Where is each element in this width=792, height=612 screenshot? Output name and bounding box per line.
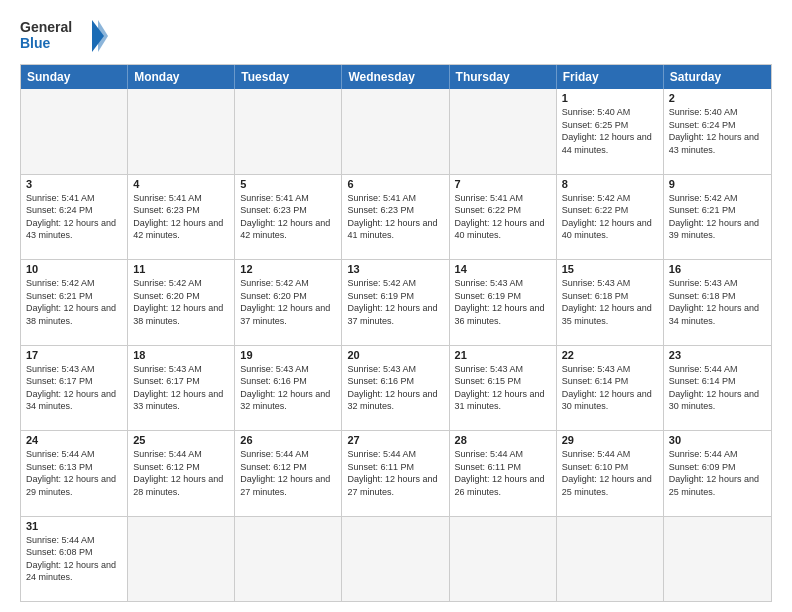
sun-info: Sunrise: 5:42 AMSunset: 6:19 PMDaylight:… [347,277,443,327]
calendar-cell-0-5: 1Sunrise: 5:40 AMSunset: 6:25 PMDaylight… [557,89,664,174]
logo: General Blue [20,16,110,56]
sun-info: Sunrise: 5:43 AMSunset: 6:17 PMDaylight:… [26,363,122,413]
calendar-cell-0-6: 2Sunrise: 5:40 AMSunset: 6:24 PMDaylight… [664,89,771,174]
sun-info: Sunrise: 5:43 AMSunset: 6:16 PMDaylight:… [347,363,443,413]
weekday-header-wednesday: Wednesday [342,65,449,89]
day-number: 26 [240,434,336,446]
weekday-header-thursday: Thursday [450,65,557,89]
calendar-cell-1-0: 3Sunrise: 5:41 AMSunset: 6:24 PMDaylight… [21,175,128,260]
calendar-cell-2-1: 11Sunrise: 5:42 AMSunset: 6:20 PMDayligh… [128,260,235,345]
day-number: 6 [347,178,443,190]
sun-info: Sunrise: 5:42 AMSunset: 6:20 PMDaylight:… [240,277,336,327]
day-number: 31 [26,520,122,532]
day-number: 15 [562,263,658,275]
sun-info: Sunrise: 5:40 AMSunset: 6:24 PMDaylight:… [669,106,766,156]
calendar-row-2: 10Sunrise: 5:42 AMSunset: 6:21 PMDayligh… [21,259,771,345]
day-number: 25 [133,434,229,446]
calendar-cell-0-4 [450,89,557,174]
day-number: 28 [455,434,551,446]
calendar-cell-5-1 [128,517,235,602]
calendar-cell-5-0: 31Sunrise: 5:44 AMSunset: 6:08 PMDayligh… [21,517,128,602]
day-number: 9 [669,178,766,190]
sun-info: Sunrise: 5:44 AMSunset: 6:09 PMDaylight:… [669,448,766,498]
day-number: 21 [455,349,551,361]
weekday-header-friday: Friday [557,65,664,89]
sun-info: Sunrise: 5:42 AMSunset: 6:21 PMDaylight:… [669,192,766,242]
logo-svg: General Blue [20,16,110,56]
day-number: 27 [347,434,443,446]
calendar-cell-3-5: 22Sunrise: 5:43 AMSunset: 6:14 PMDayligh… [557,346,664,431]
svg-text:General: General [20,19,72,35]
calendar-cell-3-6: 23Sunrise: 5:44 AMSunset: 6:14 PMDayligh… [664,346,771,431]
svg-marker-3 [98,20,108,52]
calendar-cell-5-3 [342,517,449,602]
sun-info: Sunrise: 5:43 AMSunset: 6:17 PMDaylight:… [133,363,229,413]
calendar-cell-4-4: 28Sunrise: 5:44 AMSunset: 6:11 PMDayligh… [450,431,557,516]
calendar-row-0: 1Sunrise: 5:40 AMSunset: 6:25 PMDaylight… [21,89,771,174]
sun-info: Sunrise: 5:41 AMSunset: 6:23 PMDaylight:… [347,192,443,242]
sun-info: Sunrise: 5:44 AMSunset: 6:12 PMDaylight:… [240,448,336,498]
day-number: 8 [562,178,658,190]
day-number: 29 [562,434,658,446]
sun-info: Sunrise: 5:42 AMSunset: 6:20 PMDaylight:… [133,277,229,327]
calendar-cell-5-6 [664,517,771,602]
sun-info: Sunrise: 5:44 AMSunset: 6:11 PMDaylight:… [455,448,551,498]
calendar-cell-2-2: 12Sunrise: 5:42 AMSunset: 6:20 PMDayligh… [235,260,342,345]
calendar-cell-4-6: 30Sunrise: 5:44 AMSunset: 6:09 PMDayligh… [664,431,771,516]
calendar-cell-0-2 [235,89,342,174]
calendar-cell-5-5 [557,517,664,602]
sun-info: Sunrise: 5:43 AMSunset: 6:15 PMDaylight:… [455,363,551,413]
calendar-cell-3-3: 20Sunrise: 5:43 AMSunset: 6:16 PMDayligh… [342,346,449,431]
calendar-cell-0-0 [21,89,128,174]
day-number: 5 [240,178,336,190]
calendar-cell-2-0: 10Sunrise: 5:42 AMSunset: 6:21 PMDayligh… [21,260,128,345]
day-number: 11 [133,263,229,275]
calendar-cell-1-2: 5Sunrise: 5:41 AMSunset: 6:23 PMDaylight… [235,175,342,260]
sun-info: Sunrise: 5:44 AMSunset: 6:11 PMDaylight:… [347,448,443,498]
sun-info: Sunrise: 5:40 AMSunset: 6:25 PMDaylight:… [562,106,658,156]
sun-info: Sunrise: 5:44 AMSunset: 6:08 PMDaylight:… [26,534,122,584]
calendar-cell-5-4 [450,517,557,602]
day-number: 23 [669,349,766,361]
calendar-cell-4-1: 25Sunrise: 5:44 AMSunset: 6:12 PMDayligh… [128,431,235,516]
calendar: SundayMondayTuesdayWednesdayThursdayFrid… [20,64,772,602]
calendar-cell-3-4: 21Sunrise: 5:43 AMSunset: 6:15 PMDayligh… [450,346,557,431]
weekday-header-tuesday: Tuesday [235,65,342,89]
day-number: 24 [26,434,122,446]
day-number: 2 [669,92,766,104]
day-number: 16 [669,263,766,275]
sun-info: Sunrise: 5:43 AMSunset: 6:18 PMDaylight:… [669,277,766,327]
calendar-cell-3-0: 17Sunrise: 5:43 AMSunset: 6:17 PMDayligh… [21,346,128,431]
calendar-row-1: 3Sunrise: 5:41 AMSunset: 6:24 PMDaylight… [21,174,771,260]
page-header: General Blue [20,16,772,56]
weekday-header-sunday: Sunday [21,65,128,89]
calendar-cell-4-5: 29Sunrise: 5:44 AMSunset: 6:10 PMDayligh… [557,431,664,516]
calendar-cell-3-1: 18Sunrise: 5:43 AMSunset: 6:17 PMDayligh… [128,346,235,431]
calendar-cell-2-4: 14Sunrise: 5:43 AMSunset: 6:19 PMDayligh… [450,260,557,345]
calendar-cell-5-2 [235,517,342,602]
sun-info: Sunrise: 5:42 AMSunset: 6:22 PMDaylight:… [562,192,658,242]
day-number: 13 [347,263,443,275]
sun-info: Sunrise: 5:44 AMSunset: 6:13 PMDaylight:… [26,448,122,498]
calendar-row-4: 24Sunrise: 5:44 AMSunset: 6:13 PMDayligh… [21,430,771,516]
sun-info: Sunrise: 5:43 AMSunset: 6:19 PMDaylight:… [455,277,551,327]
sun-info: Sunrise: 5:41 AMSunset: 6:23 PMDaylight:… [133,192,229,242]
day-number: 10 [26,263,122,275]
calendar-cell-2-5: 15Sunrise: 5:43 AMSunset: 6:18 PMDayligh… [557,260,664,345]
calendar-row-3: 17Sunrise: 5:43 AMSunset: 6:17 PMDayligh… [21,345,771,431]
calendar-cell-4-3: 27Sunrise: 5:44 AMSunset: 6:11 PMDayligh… [342,431,449,516]
sun-info: Sunrise: 5:41 AMSunset: 6:23 PMDaylight:… [240,192,336,242]
day-number: 4 [133,178,229,190]
sun-info: Sunrise: 5:41 AMSunset: 6:22 PMDaylight:… [455,192,551,242]
calendar-cell-2-3: 13Sunrise: 5:42 AMSunset: 6:19 PMDayligh… [342,260,449,345]
day-number: 17 [26,349,122,361]
svg-text:Blue: Blue [20,35,51,51]
sun-info: Sunrise: 5:44 AMSunset: 6:12 PMDaylight:… [133,448,229,498]
day-number: 14 [455,263,551,275]
sun-info: Sunrise: 5:43 AMSunset: 6:18 PMDaylight:… [562,277,658,327]
day-number: 22 [562,349,658,361]
calendar-cell-1-6: 9Sunrise: 5:42 AMSunset: 6:21 PMDaylight… [664,175,771,260]
sun-info: Sunrise: 5:42 AMSunset: 6:21 PMDaylight:… [26,277,122,327]
calendar-cell-0-3 [342,89,449,174]
sun-info: Sunrise: 5:44 AMSunset: 6:14 PMDaylight:… [669,363,766,413]
